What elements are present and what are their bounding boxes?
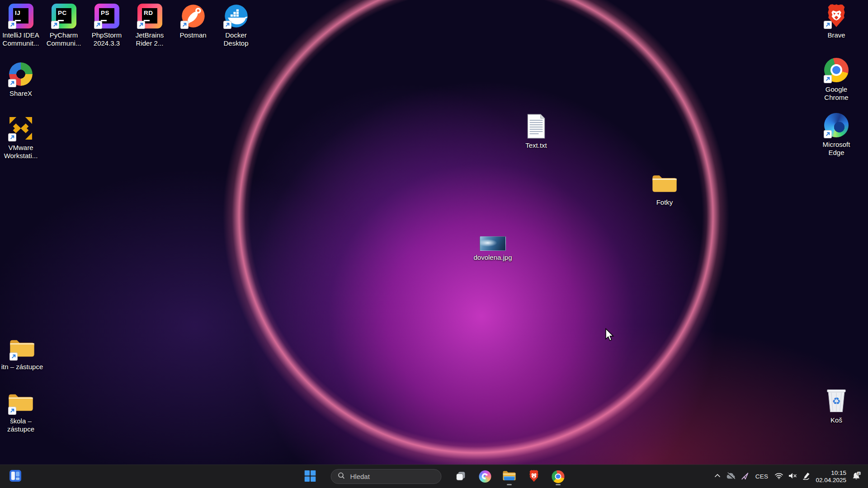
rider-icon: RD [137,3,163,29]
icon-label: Postman [179,31,206,39]
intellij-monogram: IJ [15,9,20,16]
phpstorm-icon: PS [94,3,120,29]
icon-label: Text.txt [525,141,547,150]
shortcut-arrow-icon [824,75,832,83]
wifi-icon [774,472,783,481]
shortcut-arrow-icon [51,21,59,29]
bell-dnd-icon: z [851,471,861,482]
file-explorer-button[interactable] [500,468,519,486]
icon-label: VMware Workstati... [0,144,43,160]
running-indicator [507,484,512,485]
tray-time: 10:15 [816,469,846,477]
icon-label: dovolena.jpg [473,253,512,262]
icon-label: Google Chrome [814,85,859,101]
brave-taskbar-button[interactable] [525,468,543,486]
folder-icon [651,170,678,196]
icon-label: Microsoft Edge [814,141,859,156]
sharex-icon [8,61,34,87]
desktop-icon-dovolena-jpg[interactable]: dovolena.jpg [470,236,515,262]
notifications-button[interactable]: z [849,468,863,486]
icon-label: škola – zástupce [0,417,43,433]
rider-monogram: RD [144,9,153,16]
desktop-wallpaper[interactable]: IJ IntelliJ IDEA Communit... PC PyCharm … [0,0,868,488]
pen-icon [802,472,811,481]
chrome-taskbar-button[interactable] [549,468,567,486]
wifi-tray-button[interactable] [772,468,786,486]
desktop-icon-docker[interactable]: Docker Desktop [213,3,259,47]
desktop-icon-rider[interactable]: RD JetBrains Rider 2... [127,3,172,47]
shortcut-arrow-icon [8,133,16,141]
volume-muted-icon [788,472,797,481]
desktop-icon-chrome[interactable]: Google Chrome [814,57,859,101]
desktop-icon-sharex[interactable]: ShareX [0,61,43,98]
volume-muted-tray-button[interactable] [786,468,799,486]
clock-tray-button[interactable]: 10:15 02.04.2025 [813,468,849,486]
desktop-icon-text-txt[interactable]: Text.txt [514,113,559,150]
desktop-icon-phpstorm[interactable]: PS PhpStorm 2024.3.3 [84,3,129,47]
desktop-icon-postman[interactable]: Postman [170,3,216,39]
desktop-icon-brave[interactable]: Brave [814,3,859,39]
running-indicator [556,484,561,485]
task-view-icon [455,470,466,483]
pycharm-monogram: PC [58,9,67,16]
icon-label: PyCharm Communi... [42,31,86,47]
recycle-bin-icon: ♻ [823,388,849,414]
location-tray-button[interactable] [738,468,751,486]
taskbar-search-box[interactable] [331,469,442,484]
icon-label: Koš [830,416,842,424]
language-indicator[interactable]: CES [751,468,773,486]
widgets-button[interactable] [6,468,24,486]
desktop-icon-vmware[interactable]: VMware Workstati... [0,115,43,160]
location-arrow-icon [741,472,749,482]
cloud-offline-icon [726,472,736,482]
desktop-icon-intellij-idea[interactable]: IJ IntelliJ IDEA Communit... [0,3,43,47]
tray-show-hidden-icons-button[interactable] [712,468,723,486]
icon-label: ShareX [9,89,32,98]
search-input[interactable] [349,472,428,481]
folder-icon [9,334,35,361]
docker-icon [223,3,249,29]
icon-label: Brave [827,31,845,39]
desktop-icon-fotky[interactable]: Fotky [642,170,687,206]
brave-icon [528,469,540,484]
text-file-icon [523,113,549,139]
shortcut-arrow-icon [824,21,832,29]
tray-date: 02.04.2025 [816,477,846,484]
intellij-idea-icon: IJ [8,3,34,29]
windows-start-icon [304,470,316,483]
shortcut-arrow-icon [8,407,16,415]
copilot-button[interactable] [476,468,494,486]
phpstorm-monogram: PS [101,9,109,16]
image-thumbnail-icon [480,236,506,251]
search-icon [338,472,345,481]
desktop-icon-skola-shortcut[interactable]: škola – zástupce [0,389,43,433]
icon-label: PhpStorm 2024.3.3 [85,31,129,47]
task-view-button[interactable] [452,468,470,486]
brave-icon [823,3,849,29]
pen-tray-button[interactable] [799,468,813,486]
shortcut-arrow-icon [223,21,231,29]
start-button[interactable] [301,468,319,486]
chrome-icon [823,57,849,83]
dnd-z-glyph: z [858,471,860,475]
desktop-icon-pycharm[interactable]: PC PyCharm Communi... [41,3,86,47]
icon-label: Docker Desktop [214,31,258,47]
chrome-icon [552,470,565,483]
mouse-cursor [605,328,615,342]
shortcut-arrow-icon [180,21,189,29]
recycle-glyph: ♻ [832,396,841,406]
copilot-icon [479,470,491,483]
icon-label: JetBrains Rider 2... [127,31,172,47]
widgets-icon [9,469,22,483]
chevron-up-icon [714,472,721,481]
icon-label: itn – zástupce [1,363,43,371]
onedrive-tray-button[interactable] [723,468,738,486]
shortcut-arrow-icon [9,352,18,361]
icon-label: IntelliJ IDEA Communit... [0,31,43,47]
shortcut-arrow-icon [137,21,145,29]
desktop-icon-edge[interactable]: Microsoft Edge [814,112,859,156]
vmware-icon [8,115,34,141]
desktop-icon-itn-shortcut[interactable]: itn – zástupce [0,334,45,371]
desktop-icon-recycle-bin[interactable]: ♻ Koš [814,388,859,424]
postman-icon [180,3,206,29]
